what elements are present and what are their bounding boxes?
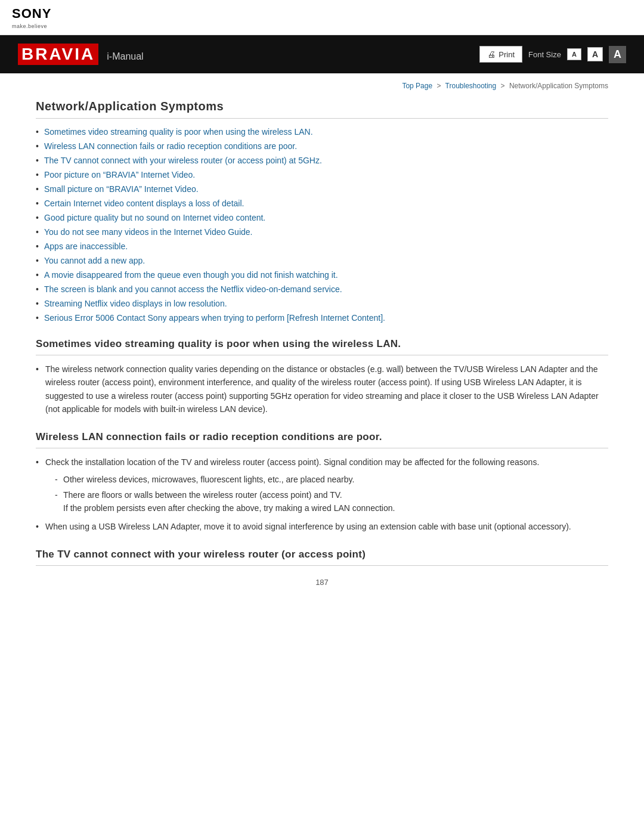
list-item: A movie disappeared from the queue even … <box>36 270 608 280</box>
bravia-logo: BRAVIA <box>18 44 98 65</box>
symptom-link-11[interactable]: A movie disappeared from the queue even … <box>44 270 338 280</box>
symptom-link-3[interactable]: The TV cannot connect with your wireless… <box>44 156 322 165</box>
sony-tagline: make.believe <box>12 23 47 29</box>
list-item: When using a USB Wireless LAN Adapter, m… <box>36 520 608 533</box>
list-item: Small picture on “BRAVIA” Internet Video… <box>36 184 608 194</box>
bravia-left: BRAVIA i-Manual <box>18 44 144 65</box>
symptom-link-13[interactable]: Streaming Netflix video displays in low … <box>44 299 227 308</box>
list-item: Poor picture on “BRAVIA” Internet Video. <box>36 170 608 179</box>
section-heading-1: Sometimes video streaming quality is poo… <box>36 337 608 355</box>
breadcrumb: Top Page > Troubleshooting > Network/App… <box>36 79 608 90</box>
list-item: Wireless LAN connection fails or radio r… <box>36 141 608 151</box>
symptom-link-2[interactable]: Wireless LAN connection fails or radio r… <box>44 141 297 151</box>
list-item: The screen is blank and you cannot acces… <box>36 284 608 294</box>
symptom-link-list: Sometimes video streaming quality is poo… <box>36 127 608 323</box>
breadcrumb-top-page[interactable]: Top Page <box>402 82 432 90</box>
font-small-button[interactable]: A <box>567 48 581 60</box>
symptom-link-6[interactable]: Certain Internet video content displays … <box>44 199 244 208</box>
page-title: Network/Application Symptoms <box>36 100 608 119</box>
print-button[interactable]: 🖨 Print <box>479 46 522 63</box>
content-area: Top Page > Troubleshooting > Network/App… <box>0 73 644 605</box>
symptom-link-10[interactable]: You cannot add a new app. <box>44 256 145 265</box>
list-item: Certain Internet video content displays … <box>36 199 608 208</box>
section-heading-2: Wireless LAN connection fails or radio r… <box>36 430 608 448</box>
sony-logo: SONY <box>12 7 632 20</box>
font-size-label: Font Size <box>528 50 561 59</box>
symptom-link-8[interactable]: You do not see many videos in the Intern… <box>44 227 252 237</box>
symptom-link-12[interactable]: The screen is blank and you cannot acces… <box>44 284 342 294</box>
section-2-list: Check the installation location of the T… <box>36 456 608 533</box>
breadcrumb-sep1: > <box>436 82 441 90</box>
list-item: The wireless network connection quality … <box>36 363 608 416</box>
list-item: Serious Error 5006 Contact Sony appears … <box>36 313 608 323</box>
print-label: Print <box>499 50 515 59</box>
section-1-list: The wireless network connection quality … <box>36 363 608 416</box>
symptom-link-4[interactable]: Poor picture on “BRAVIA” Internet Video. <box>44 170 195 179</box>
font-medium-button[interactable]: A <box>587 47 603 61</box>
symptom-link-7[interactable]: Good picture quality but no sound on Int… <box>44 213 265 222</box>
list-item: Check the installation location of the T… <box>36 456 608 515</box>
page-number: 187 <box>36 578 608 587</box>
manual-label: i-Manual <box>107 51 143 62</box>
list-item: You do not see many videos in the Intern… <box>36 227 608 237</box>
list-item: Streaming Netflix video displays in low … <box>36 299 608 308</box>
list-item: Sometimes video streaming quality is poo… <box>36 127 608 137</box>
list-item: Apps are inaccessible. <box>36 241 608 251</box>
section-heading-3: The TV cannot connect with your wireless… <box>36 547 608 566</box>
list-item: Good picture quality but no sound on Int… <box>36 213 608 222</box>
list-item: There are floors or walls between the wi… <box>55 488 608 515</box>
breadcrumb-troubleshooting[interactable]: Troubleshooting <box>445 82 497 90</box>
breadcrumb-current: Network/Application Symptoms <box>509 82 608 90</box>
list-item: You cannot add a new app. <box>36 256 608 265</box>
bravia-controls: 🖨 Print Font Size A A A <box>479 46 626 63</box>
font-large-button[interactable]: A <box>609 46 626 63</box>
symptom-link-1[interactable]: Sometimes video streaming quality is poo… <box>44 127 313 137</box>
print-icon: 🖨 <box>487 49 496 59</box>
top-bar: SONY make.believe <box>0 0 644 35</box>
symptom-link-14[interactable]: Serious Error 5006 Contact Sony appears … <box>44 313 385 323</box>
bravia-banner: BRAVIA i-Manual 🖨 Print Font Size A A A <box>0 35 644 73</box>
symptom-link-5[interactable]: Small picture on “BRAVIA” Internet Video… <box>44 184 199 194</box>
sub-list: Other wireless devices, microwaves, fluo… <box>55 473 608 515</box>
list-item: The TV cannot connect with your wireless… <box>36 156 608 165</box>
symptom-link-9[interactable]: Apps are inaccessible. <box>44 241 128 251</box>
breadcrumb-sep2: > <box>501 82 505 90</box>
list-item: Other wireless devices, microwaves, fluo… <box>55 473 608 486</box>
